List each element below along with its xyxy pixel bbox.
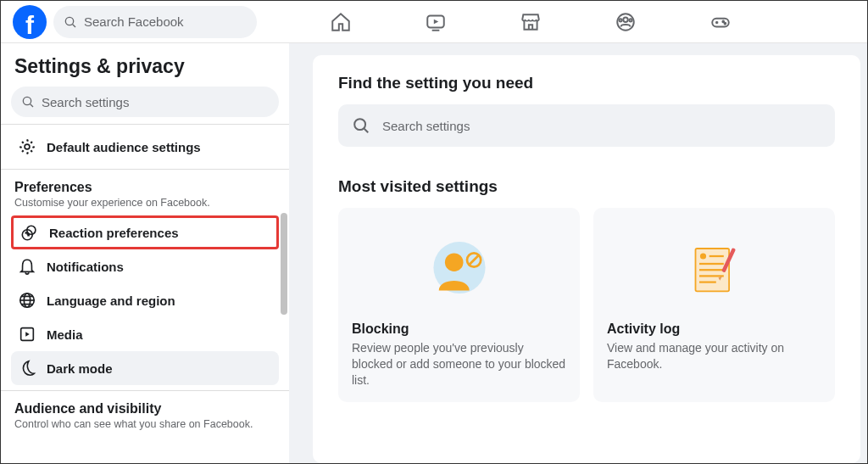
svg-line-1 bbox=[73, 24, 75, 26]
section-title-preferences: Preferences bbox=[14, 180, 279, 195]
gaming-icon bbox=[709, 11, 732, 33]
top-bar: f Search Facebook bbox=[1, 1, 867, 43]
main-content: Find the setting you need Search setting… bbox=[289, 43, 867, 463]
divider bbox=[1, 169, 289, 170]
svg-point-6 bbox=[619, 19, 621, 21]
svg-line-14 bbox=[31, 104, 33, 107]
sidebar-title: Settings & privacy bbox=[14, 55, 279, 78]
sidebar-search-placeholder: Search settings bbox=[42, 95, 129, 109]
main-search-placeholder: Search settings bbox=[382, 119, 470, 133]
facebook-logo[interactable]: f bbox=[13, 5, 47, 39]
bell-icon bbox=[18, 257, 36, 276]
settings-panel: Find the setting you need Search setting… bbox=[313, 55, 860, 463]
groups-icon bbox=[615, 11, 637, 33]
most-visited-title: Most visited settings bbox=[338, 177, 835, 196]
search-icon bbox=[352, 116, 370, 135]
nav-marketplace[interactable] bbox=[514, 5, 548, 39]
sidebar-item-language[interactable]: Language and region bbox=[11, 283, 279, 317]
home-icon bbox=[330, 11, 352, 33]
svg-line-23 bbox=[364, 129, 369, 133]
svg-point-15 bbox=[25, 144, 30, 149]
find-setting-title: Find the setting you need bbox=[338, 74, 835, 92]
marketplace-icon bbox=[520, 11, 542, 33]
nav-groups[interactable] bbox=[609, 5, 643, 39]
card-description: Review people you've previously blocked … bbox=[352, 340, 566, 389]
sidebar-item-notifications[interactable]: Notifications bbox=[11, 249, 279, 283]
watch-icon bbox=[425, 11, 447, 33]
card-description: View and manage your activity on Faceboo… bbox=[607, 340, 821, 372]
svg-point-29 bbox=[699, 253, 705, 259]
media-icon bbox=[18, 325, 36, 344]
sidebar-item-label: Reaction preferences bbox=[49, 226, 179, 240]
sidebar-item-reaction-preferences[interactable]: Reaction preferences bbox=[11, 215, 279, 249]
section-subtitle-preferences: Customise your experience on Facebook. bbox=[14, 197, 279, 209]
top-nav bbox=[257, 5, 804, 39]
nav-gaming[interactable] bbox=[704, 5, 737, 39]
svg-point-25 bbox=[444, 253, 463, 271]
card-title: Activity log bbox=[607, 321, 821, 337]
gear-icon bbox=[18, 137, 36, 156]
card-title: Blocking bbox=[352, 321, 566, 337]
svg-point-11 bbox=[722, 20, 724, 22]
globe-icon bbox=[18, 291, 36, 310]
card-blocking[interactable]: Blocking Review people you've previously… bbox=[338, 208, 580, 402]
svg-point-12 bbox=[725, 22, 726, 24]
sidebar-item-label: Media bbox=[47, 327, 83, 342]
sidebar-item-default-audience[interactable]: Default audience settings bbox=[11, 130, 279, 164]
divider bbox=[1, 124, 289, 125]
main-search-input[interactable]: Search settings bbox=[338, 104, 835, 147]
divider bbox=[1, 390, 289, 391]
search-icon bbox=[64, 15, 77, 29]
sidebar-item-label: Dark mode bbox=[47, 361, 113, 376]
nav-video[interactable] bbox=[419, 5, 453, 39]
nav-home[interactable] bbox=[324, 5, 358, 39]
settings-cards: Blocking Review people you've previously… bbox=[338, 208, 835, 402]
sidebar-item-dark-mode[interactable]: Dark mode bbox=[11, 351, 279, 385]
sidebar-item-label: Notifications bbox=[47, 260, 124, 274]
sidebar-item-label: Language and region bbox=[47, 293, 175, 308]
global-search-placeholder: Search Facebook bbox=[84, 14, 184, 29]
section-title-audience: Audience and visibility bbox=[14, 401, 279, 416]
sidebar-scrollbar[interactable] bbox=[281, 213, 287, 315]
global-search-input[interactable]: Search Facebook bbox=[53, 6, 257, 38]
sidebar-item-media[interactable]: Media bbox=[11, 317, 279, 351]
moon-icon bbox=[18, 359, 36, 377]
svg-point-22 bbox=[354, 119, 365, 130]
activity-log-illustration bbox=[607, 221, 821, 321]
blocking-illustration bbox=[352, 221, 566, 321]
section-subtitle-audience: Control who can see what you share on Fa… bbox=[14, 418, 279, 430]
reaction-icon bbox=[20, 223, 39, 242]
svg-point-13 bbox=[23, 97, 31, 104]
card-activity-log[interactable]: Activity log View and manage your activi… bbox=[593, 208, 835, 402]
search-icon bbox=[21, 95, 35, 109]
svg-point-7 bbox=[629, 19, 632, 21]
sidebar-search-input[interactable]: Search settings bbox=[11, 87, 279, 117]
settings-sidebar: Settings & privacy Search settings Defau… bbox=[1, 43, 289, 463]
sidebar-item-label: Default audience settings bbox=[47, 140, 201, 154]
svg-point-5 bbox=[623, 17, 627, 21]
svg-point-0 bbox=[65, 17, 73, 25]
